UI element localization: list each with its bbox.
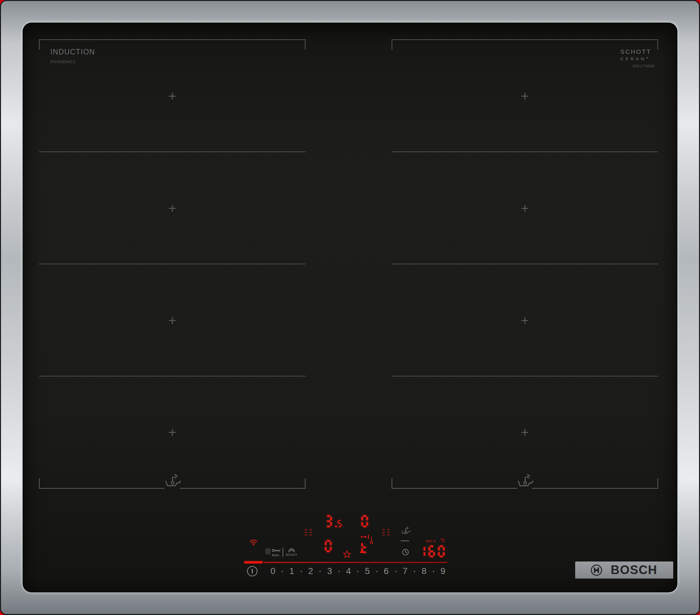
move-pot-indicator-right — [382, 529, 390, 535]
boost-key[interactable]: BOOST — [286, 548, 297, 556]
display-timer — [419, 546, 448, 557]
separator-dot — [338, 571, 340, 572]
power-level-key-5[interactable]: 5 — [365, 567, 370, 576]
childlock-key[interactable]: 4sec — [272, 548, 283, 557]
power-level-key-3[interactable]: 3 — [327, 567, 332, 576]
display-right-power — [361, 515, 371, 527]
panel-divider — [283, 548, 283, 557]
pause-key[interactable] — [266, 548, 270, 554]
separator-dot — [376, 571, 377, 572]
pause-bar-icon — [268, 548, 270, 554]
key-icon — [272, 548, 281, 553]
cursor-segment — [360, 551, 364, 553]
bosch-badge: BOSCH — [575, 562, 673, 579]
separator-dot — [395, 571, 397, 572]
sensor-level-line — [401, 540, 409, 541]
power-level-key-2[interactable]: 2 — [308, 567, 313, 576]
power-level-key-1[interactable]: 1 — [289, 567, 294, 576]
thermometer-icon — [370, 536, 373, 544]
power-level-key-0[interactable]: 0 — [270, 567, 275, 576]
bosch-wordmark: BOSCH — [611, 562, 658, 579]
cooktop-product-photo: INDUCTION PXX645HC1 SCHOTT CERAN® 900177… — [0, 0, 700, 615]
timer-clock-icon[interactable] — [402, 549, 409, 556]
power-level-key-9[interactable]: 9 — [440, 567, 445, 576]
power-level-key-4[interactable]: 4 — [346, 567, 351, 576]
temperature-unit-label: °C — [440, 538, 445, 543]
separator-dot — [320, 571, 321, 572]
favorite-star-icon[interactable] — [342, 550, 351, 558]
pause-bar-icon — [266, 548, 267, 554]
power-level-key-7[interactable]: 7 — [403, 567, 408, 576]
boost-label: BOOST — [286, 553, 297, 556]
separator-dot — [301, 571, 302, 572]
ceramic-glass-surface: INDUCTION PXX645HC1 SCHOTT CERAN® 900177… — [23, 23, 677, 592]
power-level-key-6[interactable]: 6 — [384, 567, 389, 576]
move-pot-indicator-left — [304, 529, 312, 535]
separator-dot — [433, 571, 434, 572]
bosch-emblem-icon — [590, 564, 603, 577]
separator-dot — [414, 571, 415, 572]
display-left-secondary — [325, 540, 335, 552]
power-level-key-8[interactable]: 8 — [422, 567, 426, 576]
wifi-icon[interactable] — [249, 538, 258, 546]
slider-active-segment — [244, 561, 263, 563]
separator-dot — [282, 571, 283, 572]
touch-control-panel: 4sec BOOST — [23, 23, 677, 592]
power-slider[interactable] — [264, 562, 447, 563]
chevron-up-icon — [287, 548, 296, 552]
display-left-power — [325, 515, 343, 527]
transfer-arrow-icon — [361, 535, 370, 539]
separator-dot — [357, 571, 358, 572]
frying-sensor-key-icon[interactable] — [400, 526, 411, 535]
childlock-label: 4sec — [272, 553, 283, 557]
timer-unit-label: min·s — [426, 539, 436, 543]
